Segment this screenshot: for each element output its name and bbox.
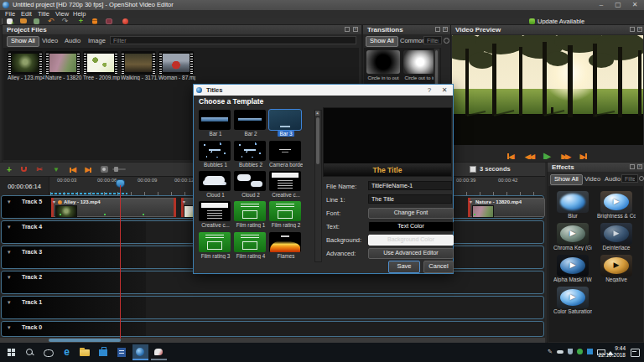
template-item-selected[interactable]: Bar 3 (269, 110, 303, 137)
start-button[interactable] (3, 344, 19, 360)
float-panel-icon[interactable] (630, 27, 635, 32)
use-advanced-editor-button[interactable]: Use Advanced Editor (368, 248, 454, 259)
jump-to-end-button[interactable]: ▶ (579, 153, 586, 159)
track-header[interactable]: ▾Track 4 (2, 221, 146, 243)
play-button[interactable]: ▶ (543, 151, 550, 159)
close-panel-icon[interactable] (353, 27, 358, 32)
clip-menu-icon[interactable]: ▾ (53, 199, 55, 204)
templates-scrollbar-thumb[interactable] (316, 117, 319, 164)
store-icon[interactable] (96, 344, 112, 360)
playhead-line[interactable] (120, 185, 121, 339)
track-header[interactable]: ▾Track 1 (2, 297, 146, 318)
next-marker-icon[interactable]: ▶ (82, 165, 94, 174)
scroll-up-icon[interactable]: ▲ (315, 111, 319, 116)
track-header[interactable]: ▾Track 3 (2, 246, 146, 268)
file-explorer-icon[interactable] (77, 344, 93, 360)
search-icon[interactable] (22, 344, 38, 360)
effect-item[interactable]: ▶ Chroma Key (Gr... (553, 223, 592, 251)
dialog-close-button[interactable]: ✕ (438, 85, 451, 96)
openshot-taskbar-icon[interactable] (132, 344, 148, 360)
timeline-zoom-slider[interactable] (112, 168, 126, 170)
taskbar-clock[interactable]: 9:44 22.10.2018 (598, 345, 626, 359)
templates-scrollbar[interactable]: ▲ (314, 110, 322, 262)
tray-app-icon[interactable] (587, 349, 594, 355)
clip-nature[interactable]: ▾ Nature - 13820.mp4 (468, 198, 545, 217)
minimize-button[interactable]: – (594, 0, 609, 10)
transitions-filter-input[interactable] (423, 36, 442, 44)
fast-forward-button[interactable]: ▶▶ (561, 153, 569, 159)
edge-icon[interactable]: e (59, 344, 75, 360)
timeline-scrollbar-thumb[interactable] (49, 339, 121, 342)
tray-shield-icon[interactable] (567, 349, 574, 355)
clear-filter-icon[interactable] (444, 38, 449, 44)
zoom-scale-label[interactable]: 3 seconds (480, 165, 511, 173)
close-panel-icon[interactable] (637, 164, 642, 169)
tab-image[interactable]: Image (85, 36, 109, 45)
effect-item[interactable]: ▶ Brightness & Co... (597, 191, 636, 219)
file-item[interactable]: Tree - 2009.mp4 (83, 51, 120, 80)
track-header[interactable]: ▾Track 2 (2, 272, 146, 293)
effect-item[interactable]: ▶ Alpha Mask / W... (553, 255, 592, 282)
window-titlebar[interactable]: Untitled project [HD 720p 30 fps] - Open… (0, 0, 644, 10)
project-files-header[interactable]: Project Files (3, 25, 361, 34)
float-panel-icon[interactable] (630, 164, 635, 169)
effect-item[interactable]: Blur (553, 191, 592, 219)
action-center-icon[interactable] (631, 349, 640, 357)
template-item[interactable]: Flames (269, 232, 303, 259)
jump-to-start-button[interactable]: ◀ (507, 153, 514, 159)
tray-pen-icon[interactable]: ✎ (547, 349, 553, 355)
transition-item[interactable]: Circle out to in (403, 50, 437, 80)
menu-file[interactable]: File (5, 10, 15, 18)
template-item[interactable]: Bar 1 (199, 110, 232, 137)
maximize-button[interactable]: ▢ (610, 0, 626, 10)
choose-profile-icon[interactable] (92, 18, 97, 24)
tray-onedrive-icon[interactable] (557, 349, 564, 355)
save-project-icon[interactable] (34, 18, 39, 24)
add-marker-icon[interactable]: ▼ (52, 165, 60, 174)
close-panel-icon[interactable] (443, 27, 448, 32)
center-playhead-icon[interactable] (101, 166, 108, 173)
template-item[interactable]: Creative c... (199, 201, 232, 228)
open-project-icon[interactable] (20, 18, 27, 23)
file-item[interactable]: Walking - 3171... (121, 51, 158, 80)
clip-alley[interactable]: ▾ Alley - 123.mp4 (51, 198, 176, 217)
snapping-icon[interactable] (21, 167, 27, 172)
template-item[interactable]: Film rating 1 (234, 201, 267, 228)
save-button[interactable]: Save (388, 261, 420, 273)
export-video-icon[interactable] (122, 18, 128, 24)
template-item[interactable]: Film rating 4 (234, 232, 267, 259)
float-panel-icon[interactable] (435, 27, 440, 32)
template-item[interactable]: Bar 2 (234, 110, 267, 137)
template-item[interactable]: Cloud 1 (199, 171, 232, 198)
template-item[interactable]: Film rating 3 (199, 232, 232, 259)
effect-item[interactable]: ▶ Negative (597, 255, 636, 282)
word-icon[interactable] (114, 344, 130, 360)
template-item[interactable]: Creative c... (269, 171, 303, 198)
template-item[interactable]: Camera border (269, 141, 303, 168)
close-panel-icon[interactable] (637, 27, 642, 32)
text-color-button[interactable]: Text Color (368, 221, 454, 232)
line1-input[interactable] (368, 194, 452, 204)
track-header[interactable]: ▾Track 0 (2, 322, 146, 336)
clip-menu-icon[interactable]: ▾ (470, 199, 472, 204)
previous-marker-icon[interactable]: ◀ (67, 165, 79, 174)
tray-update-icon[interactable] (577, 349, 584, 355)
titles-app-taskbar-icon[interactable] (151, 344, 167, 360)
transition-item[interactable]: Circle in to out (366, 50, 400, 80)
razor-icon[interactable]: ✂ (35, 165, 44, 174)
tab-show-all[interactable]: Show All (550, 174, 583, 185)
file-item[interactable]: Woman - 87.mp4 (158, 51, 195, 80)
tab-audio[interactable]: Audio (61, 36, 84, 45)
zoom-scale-icon[interactable] (470, 166, 476, 173)
template-item[interactable]: Film rating 2 (269, 201, 303, 228)
rewind-button[interactable]: ◀◀ (525, 153, 533, 159)
video-preview-header[interactable]: Video Preview (451, 25, 644, 34)
close-button[interactable]: ✕ (627, 0, 642, 10)
clip-trim-handle-right[interactable] (174, 198, 176, 217)
template-item[interactable]: Cloud 2 (234, 171, 267, 198)
tab-video[interactable]: Video (581, 174, 604, 184)
file-item[interactable]: Alley - 123.mp4 (8, 51, 44, 80)
menu-edit[interactable]: Edit (21, 10, 32, 18)
dialog-titlebar[interactable]: Titles ? ✕ (194, 85, 453, 96)
effects-filter-input[interactable] (621, 174, 638, 183)
